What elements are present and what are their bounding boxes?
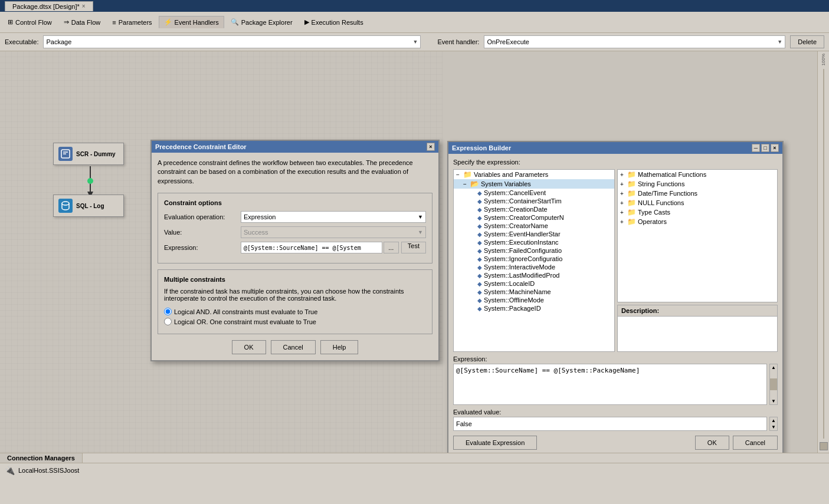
- eb-tree-node-variables[interactable]: − 📁 Variables and Parameters: [454, 170, 614, 179]
- eb-fn-string[interactable]: + 📁 String Functions: [618, 179, 777, 189]
- eb-tree-item-7[interactable]: ◆ System::FailedConfiguratio: [454, 246, 614, 255]
- eb-tree-item-5[interactable]: ◆ System::EventHandlerStar: [454, 230, 614, 238]
- eb-fn-typecasts[interactable]: + 📁 Type Casts: [618, 207, 777, 217]
- toolbar-execution-results[interactable]: ▶ Execution Results: [299, 16, 369, 28]
- toolbar-control-flow[interactable]: ⊞ Control Flow: [2, 16, 57, 28]
- sql-log-icon: [58, 199, 73, 213]
- eb-tree-item-8[interactable]: ◆ System::IgnoreConfiguratio: [454, 255, 614, 263]
- pce-radio-or[interactable]: [164, 318, 172, 325]
- pce-expression-row: Expression: @[System::SourceName] == @[S…: [164, 242, 426, 253]
- eb-restore-button[interactable]: □: [761, 144, 769, 152]
- pce-expression-input[interactable]: @[System::SourceName] == @[System: [241, 242, 382, 253]
- eb-tree-node-system-vars[interactable]: − 📂 System Variables: [454, 179, 614, 189]
- tab-title: Package.dtsx [Design]*: [12, 3, 80, 10]
- eb-tree-item-14[interactable]: ◆ System::PackageID: [454, 304, 614, 312]
- pce-expr-browse-button[interactable]: ...: [384, 242, 399, 253]
- zoom-slider-thumb[interactable]: [820, 442, 828, 450]
- eb-fn-operators[interactable]: + 📁 Operators: [618, 217, 777, 226]
- eb-fn-datetime[interactable]: + 📁 Date/Time Functions: [618, 189, 777, 198]
- eb-expr-scroll-up[interactable]: ▲: [771, 365, 776, 370]
- eb-tree-item-3[interactable]: ◆ System::CreatorComputerN: [454, 213, 614, 222]
- eb-left-tree[interactable]: − 📁 Variables and Parameters − 📂 System …: [453, 169, 615, 352]
- item2-label: System::CreationDate: [484, 206, 548, 213]
- system-vars-expander[interactable]: −: [463, 181, 470, 187]
- item14-label: System::PackageID: [484, 305, 541, 312]
- event-handler-combo[interactable]: OnPreExecute ▼: [484, 35, 785, 48]
- variables-expander[interactable]: −: [456, 172, 463, 178]
- eb-evaluate-button[interactable]: Evaluate Expression: [453, 436, 537, 450]
- toolbar-parameters[interactable]: ≡ Parameters: [107, 17, 157, 28]
- pce-eval-op-arrow: ▼: [418, 214, 423, 220]
- toolbar-package-explorer[interactable]: 🔍 Package Explorer: [225, 16, 298, 28]
- flow-node-sql-log[interactable]: SQL - Log: [53, 195, 124, 217]
- eb-specify-label: Specify the expression:: [453, 159, 778, 166]
- eb-expr-scroll-down[interactable]: ▼: [771, 398, 776, 404]
- eb-body: Specify the expression: − 📁 Variables an…: [448, 154, 782, 454]
- eb-footer: Evaluate Expression OK Cancel: [453, 436, 778, 450]
- eb-tree-area: − 📁 Variables and Parameters − 📂 System …: [453, 169, 778, 352]
- zoom-slider-track[interactable]: [823, 69, 824, 439]
- eb-eval-scrollbar[interactable]: ▲ ▼: [769, 417, 778, 431]
- pce-help-button[interactable]: Help: [320, 340, 359, 354]
- pce-value-row: Value: Success ▼: [164, 226, 426, 238]
- bottom-tab-connection-managers[interactable]: Connection Managers: [0, 453, 83, 463]
- delete-button[interactable]: Delete: [790, 35, 824, 48]
- eb-eval-value-text: False: [456, 420, 472, 427]
- eb-tree-item-13[interactable]: ◆ System::OfflineMode: [454, 296, 614, 304]
- pce-ok-button[interactable]: OK: [232, 340, 266, 354]
- bottom-content: 🔌 LocalHost.SSISJoost: [0, 463, 829, 477]
- eb-expr-scrollbar-track[interactable]: ▲ ▼: [769, 364, 778, 405]
- eb-tree-item-2[interactable]: ◆ System::CreationDate: [454, 205, 614, 213]
- eb-expression-textarea[interactable]: [453, 364, 767, 405]
- eb-tree-item-4[interactable]: ◆ System::CreatorName: [454, 222, 614, 230]
- item6-label: System::ExecutionInstanc: [484, 239, 559, 246]
- event-handler-value: OnPreExecute: [487, 38, 529, 45]
- scr-dummy-label: SCR - Dummy: [76, 151, 116, 157]
- eb-tree-item-1[interactable]: ◆ System::ContainerStartTim: [454, 197, 614, 205]
- pce-value-combo[interactable]: Success ▼: [241, 226, 426, 238]
- title-bar-tab[interactable]: Package.dtsx [Design]* ×: [5, 1, 93, 11]
- pce-titlebar-buttons: ×: [427, 143, 435, 151]
- connection-label: LocalHost.SSISJoost: [18, 467, 79, 474]
- eb-expr-row: ▲ ▼: [453, 364, 778, 405]
- parameters-icon: ≡: [112, 19, 116, 26]
- pce-radio-and-label: Logical AND. All constraints must evalua…: [174, 308, 317, 315]
- pce-close-button[interactable]: ×: [427, 143, 435, 151]
- pce-multiple-constraints-desc: If the constrained task has multiple con…: [164, 288, 426, 302]
- eb-tree-item-9[interactable]: ◆ System::InteractiveMode: [454, 263, 614, 271]
- eb-tree-item-10[interactable]: ◆ System::LastModifiedProd: [454, 271, 614, 279]
- pce-eval-op-combo[interactable]: Expression ▼: [241, 211, 426, 223]
- pce-test-button[interactable]: Test: [401, 242, 426, 253]
- item12-label: System::MachineName: [484, 288, 551, 295]
- eb-tree-item-0[interactable]: ◆ System::CancelEvent: [454, 189, 614, 197]
- eb-close-button[interactable]: ×: [771, 144, 779, 152]
- execution-results-icon: ▶: [304, 18, 309, 26]
- close-tab-button[interactable]: ×: [82, 3, 86, 9]
- package-explorer-icon: 🔍: [231, 18, 239, 26]
- eb-tree-item-6[interactable]: ◆ System::ExecutionInstanc: [454, 238, 614, 246]
- eb-minimize-button[interactable]: ─: [752, 144, 760, 152]
- eb-fn-null[interactable]: + 📁 NULL Functions: [618, 198, 777, 207]
- flow-node-scr-dummy[interactable]: SCR - Dummy: [53, 143, 124, 165]
- pce-radio-and[interactable]: [164, 308, 172, 315]
- eb-cancel-button[interactable]: Cancel: [733, 436, 778, 450]
- pce-cancel-button[interactable]: Cancel: [271, 340, 316, 354]
- eb-right-tree[interactable]: + 📁 Mathematical Functions + 📁 String Fu…: [617, 169, 778, 302]
- executable-combo[interactable]: Package ▼: [43, 35, 421, 48]
- toolbar-data-flow[interactable]: ⇒ Data Flow: [58, 16, 106, 28]
- eb-expr-scroll-thumb[interactable]: [770, 378, 777, 390]
- eb-ok-button[interactable]: OK: [695, 436, 729, 450]
- item4-label: System::CreatorName: [484, 222, 548, 229]
- item3-label: System::CreatorComputerN: [484, 214, 564, 221]
- pce-multiple-constraints-title: Multiple constraints: [164, 276, 426, 283]
- eb-fn-mathematical[interactable]: + 📁 Mathematical Functions: [618, 170, 777, 179]
- toolbar-event-handlers[interactable]: ⚡ Event Handlers: [159, 16, 224, 28]
- package-explorer-label: Package Explorer: [241, 19, 293, 26]
- eb-tree-item-11[interactable]: ◆ System::LocaleID: [454, 279, 614, 288]
- pce-value-arrow: ▼: [418, 229, 423, 235]
- fn-null-label: NULL Functions: [638, 199, 684, 206]
- eb-tree-item-12[interactable]: ◆ System::MachineName: [454, 288, 614, 296]
- item13-label: System::OfflineMode: [484, 297, 544, 304]
- pce-dialog: Precedence Constraint Editor × A precede…: [150, 140, 440, 361]
- eb-evaluated-value: False: [453, 417, 767, 431]
